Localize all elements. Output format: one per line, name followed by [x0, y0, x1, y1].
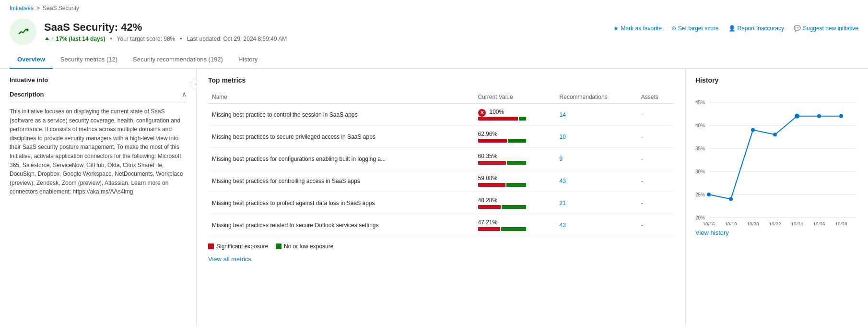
svg-text:20%: 20%: [695, 215, 705, 220]
svg-point-21: [751, 128, 755, 132]
legend-significant: Significant exposure: [208, 243, 268, 250]
last-updated: Last updated: Oct 29, 2024 8:59:49 AM: [187, 36, 287, 42]
legend-red-dot: [208, 243, 214, 249]
history-chart: 45% 40% 35% 30% 25% 20% 10/16 10/18 10/2…: [695, 91, 858, 225]
table-row: Missing best practices to secure privile…: [208, 126, 674, 148]
metric-name-cell: Missing best practices related to secure…: [208, 214, 474, 236]
chart-legend: Significant exposure No or low exposure: [208, 243, 674, 250]
bar-green: [502, 205, 526, 209]
breadcrumb-current: SaaS Security: [43, 5, 79, 12]
description-section-header: Description ∧: [10, 90, 187, 102]
metric-value-number: 60.35%: [478, 153, 498, 159]
header-actions: ★ Mark as favorite ⊙ Set target score 👤 …: [613, 18, 858, 32]
description-title: Description: [10, 91, 44, 98]
col-current-value: Current Value: [474, 91, 556, 104]
metric-recommendations-cell[interactable]: 43: [556, 214, 637, 236]
metric-value-number: 59.08%: [478, 175, 498, 182]
metric-bar: [478, 161, 526, 165]
tab-security-metrics[interactable]: Security metrics (12): [53, 51, 125, 69]
svg-text:40%: 40%: [695, 123, 705, 128]
svg-text:10/16: 10/16: [703, 222, 715, 225]
error-icon: ✕: [478, 109, 486, 117]
bar-red: [478, 139, 507, 143]
bar-green: [519, 117, 526, 121]
panel-toggle[interactable]: ‹: [190, 78, 197, 90]
metric-recommendations-link[interactable]: 21: [560, 200, 566, 207]
suggest-initiative-action[interactable]: 💬 Suggest new initiative: [794, 25, 858, 32]
page-title: SaaS Security: 42%: [44, 21, 287, 34]
svg-text:10/20: 10/20: [747, 222, 759, 225]
legend-low: No or low exposure: [276, 243, 333, 250]
description-chevron[interactable]: ∧: [182, 90, 187, 98]
metric-name-cell: Missing best practices for controlling a…: [208, 170, 474, 192]
col-name: Name: [208, 91, 474, 104]
initiative-info-title: Initiative info: [10, 76, 187, 84]
metric-value-cell: 59.08%: [474, 170, 556, 192]
col-recommendations: Recommendations: [556, 91, 637, 104]
right-panel: History 45% 40% 35% 30% 25% 20% 10/16 10…: [686, 69, 868, 326]
metric-bar: [478, 117, 526, 121]
favorite-action[interactable]: ★ Mark as favorite: [613, 25, 661, 32]
table-row: Missing best practices for controlling a…: [208, 170, 674, 192]
tab-history[interactable]: History: [231, 51, 265, 69]
history-title: History: [695, 76, 858, 84]
svg-text:45%: 45%: [695, 100, 705, 105]
bar-red: [478, 205, 501, 209]
view-all-metrics[interactable]: View all metrics: [208, 255, 251, 263]
breadcrumb: Initiatives > SaaS Security: [0, 0, 868, 14]
metric-value-number: 100%: [490, 109, 504, 115]
bar-green: [506, 183, 526, 187]
svg-point-24: [817, 114, 821, 118]
bar-red: [478, 183, 506, 187]
metric-recommendations-cell[interactable]: 21: [556, 192, 637, 214]
left-panel: ‹ Initiative info Description ∧ This ini…: [0, 69, 197, 326]
metric-bar: [478, 183, 526, 187]
view-history-link[interactable]: View history: [695, 229, 858, 236]
metric-recommendations-cell[interactable]: 10: [556, 126, 637, 148]
table-row: Missing best practices to protect agains…: [208, 192, 674, 214]
col-assets: Assets: [637, 91, 674, 104]
metric-recommendations-link[interactable]: 43: [560, 178, 566, 184]
metric-bar: [478, 227, 526, 231]
svg-text:35%: 35%: [695, 146, 705, 151]
metric-recommendations-link[interactable]: 14: [560, 111, 566, 118]
svg-text:10/18: 10/18: [725, 222, 737, 225]
star-icon: ★: [613, 25, 619, 32]
table-row: Missing best practices for configuration…: [208, 148, 674, 170]
svg-point-25: [839, 114, 843, 118]
metric-assets-cell: -: [637, 214, 674, 236]
description-text: This initiative focuses on displaying th…: [10, 107, 187, 196]
metric-recommendations-cell[interactable]: 9: [556, 148, 637, 170]
tab-overview[interactable]: Overview: [10, 51, 53, 69]
metric-recommendations-link[interactable]: 9: [560, 156, 563, 162]
target-score-action[interactable]: ⊙ Set target score: [671, 25, 719, 32]
bar-green: [507, 161, 526, 165]
suggest-icon: 💬: [794, 25, 801, 32]
svg-point-23: [795, 114, 799, 119]
metric-recommendations-link[interactable]: 43: [560, 222, 566, 229]
metric-recommendations-cell[interactable]: 43: [556, 170, 637, 192]
metric-assets-cell: -: [637, 104, 674, 126]
svg-point-19: [707, 193, 711, 196]
report-inaccuracy-action[interactable]: 👤 Report Inaccuracy: [728, 25, 784, 32]
page-header: SaaS Security: 42% ↑ 17% (last 14 days) …: [0, 14, 868, 51]
svg-text:10/26: 10/26: [813, 222, 825, 225]
metric-value-cell: 60.35%: [474, 148, 556, 170]
table-row: Missing best practice to control the ses…: [208, 104, 674, 126]
metric-value-cell: 62.96%: [474, 126, 556, 148]
main-content: ‹ Initiative info Description ∧ This ini…: [0, 69, 868, 326]
metric-name-cell: Missing best practice to control the ses…: [208, 104, 474, 126]
metric-value-number: 47.21%: [478, 219, 498, 226]
svg-text:10/28: 10/28: [835, 222, 847, 225]
metric-recommendations-cell[interactable]: 14: [556, 104, 637, 126]
metric-bar: [478, 139, 526, 143]
metric-value-cell: ✕100%: [474, 104, 556, 126]
breadcrumb-initiatives[interactable]: Initiatives: [10, 5, 34, 12]
tab-security-recommendations[interactable]: Security recommendations (192): [125, 51, 231, 69]
metric-assets-cell: -: [637, 148, 674, 170]
top-metrics-label: Top metrics: [208, 76, 674, 84]
metric-recommendations-link[interactable]: 10: [560, 134, 566, 140]
tabs-bar: Overview Security metrics (12) Security …: [0, 51, 868, 69]
svg-point-20: [729, 197, 733, 201]
metric-name-cell: Missing best practices for configuration…: [208, 148, 474, 170]
